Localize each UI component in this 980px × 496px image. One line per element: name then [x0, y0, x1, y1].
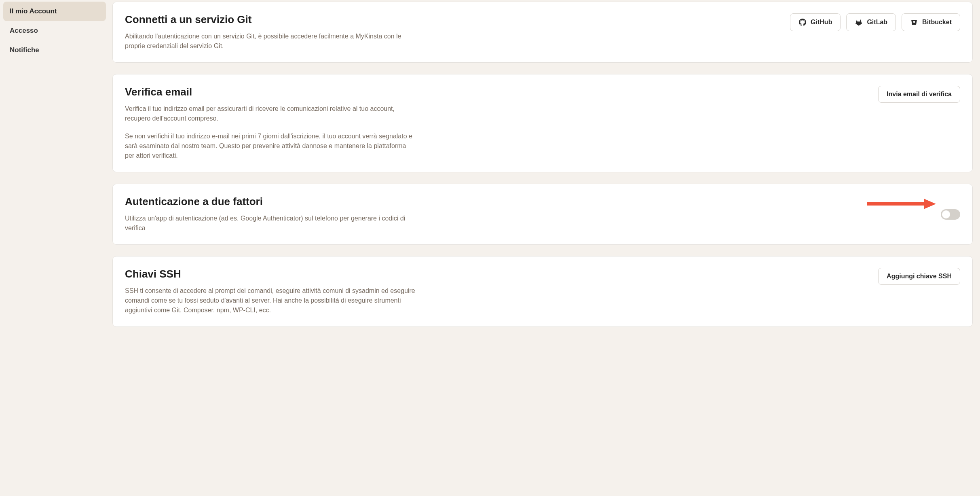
gitlab-button-label: GitLab [867, 19, 887, 26]
card-two-factor: Autenticazione a due fattori Utilizza un… [112, 184, 973, 245]
git-buttons-group: GitHub GitLab Bitbucket [790, 13, 960, 31]
card-title-email: Verifica email [125, 86, 416, 98]
annotation-arrow-icon [867, 198, 936, 210]
two-factor-toggle[interactable] [941, 209, 960, 220]
send-verification-email-button[interactable]: Invia email di verifica [878, 86, 960, 103]
card-desc-twofa: Utilizza un'app di autenticazione (ad es… [125, 214, 416, 233]
add-ssh-key-label: Aggiungi chiave SSH [887, 273, 952, 280]
github-button-label: GitHub [811, 19, 832, 26]
card-desc-email-1: Verifica il tuo indirizzo email per assi… [125, 104, 416, 123]
send-verification-email-label: Invia email di verifica [887, 91, 952, 98]
bitbucket-button-label: Bitbucket [922, 19, 952, 26]
card-title-git: Connetti a un servizio Git [125, 13, 416, 26]
sidebar-item-label: Notifiche [10, 46, 39, 54]
github-button[interactable]: GitHub [790, 13, 841, 31]
svg-marker-1 [924, 199, 936, 209]
sidebar-item-label: Il mio Account [10, 7, 57, 15]
gitlab-button[interactable]: GitLab [846, 13, 896, 31]
bitbucket-button[interactable]: Bitbucket [902, 13, 960, 31]
card-desc-git: Abilitando l'autenticazione con un servi… [125, 32, 416, 51]
gitlab-icon [855, 18, 863, 26]
card-git-connect: Connetti a un servizio Git Abilitando l'… [112, 2, 973, 63]
add-ssh-key-button[interactable]: Aggiungi chiave SSH [878, 268, 960, 285]
card-title-twofa: Autenticazione a due fattori [125, 195, 416, 208]
card-desc-email-2: Se non verifichi il tuo indirizzo e-mail… [125, 131, 416, 161]
card-ssh-keys: Chiavi SSH SSH ti consente di accedere a… [112, 256, 973, 327]
sidebar-item-notifications[interactable]: Notifiche [3, 40, 106, 60]
sidebar: Il mio Account Accesso Notifiche [0, 0, 109, 496]
bitbucket-icon [910, 18, 918, 26]
github-icon [798, 18, 807, 26]
card-title-ssh: Chiavi SSH [125, 268, 416, 280]
main-content: Connetti a un servizio Git Abilitando l'… [109, 0, 980, 496]
sidebar-item-label: Accesso [10, 27, 38, 34]
card-email-verify: Verifica email Verifica il tuo indirizzo… [112, 74, 973, 172]
card-desc-ssh: SSH ti consente di accedere al prompt de… [125, 286, 416, 315]
sidebar-item-access[interactable]: Accesso [3, 21, 106, 40]
sidebar-item-my-account[interactable]: Il mio Account [3, 2, 106, 21]
